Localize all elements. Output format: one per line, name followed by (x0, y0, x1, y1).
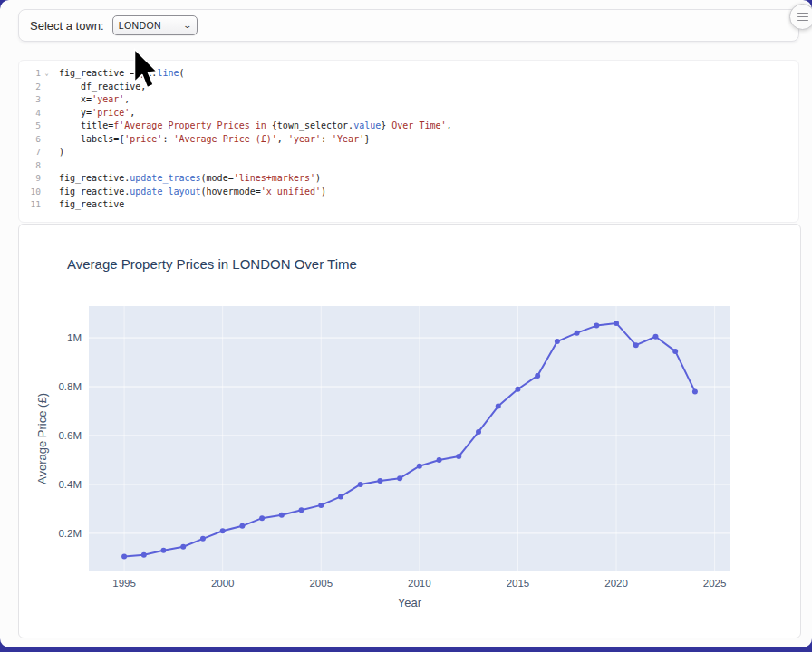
data-point[interactable] (672, 349, 678, 354)
code-line: 1⌄fig_reactive = px.line( (19, 67, 798, 81)
x-tick-label: 2010 (408, 578, 431, 589)
data-point[interactable] (358, 482, 363, 487)
fold-spacer (41, 198, 53, 212)
y-tick-label: 0.8M (58, 381, 82, 392)
town-select-value: LONDON (119, 20, 161, 31)
line-number: 6 (19, 133, 41, 147)
y-tick-label: 1M (67, 332, 82, 343)
data-point[interactable] (515, 387, 520, 392)
chart-output-cell: Average Property Prices in LONDON Over T… (18, 224, 801, 638)
data-point[interactable] (456, 454, 461, 459)
line-number: 4 (19, 107, 41, 120)
data-point[interactable] (200, 536, 206, 542)
town-selector-cell: Select a town: LONDON ⌄ (18, 9, 799, 42)
data-point[interactable] (535, 373, 540, 379)
line-number: 1 (19, 67, 41, 81)
x-axis-title: Year (398, 596, 422, 609)
y-tick-label: 0.2M (58, 528, 82, 539)
code-line: 11fig_reactive (19, 198, 798, 212)
code-text: x='year', (53, 93, 130, 107)
data-point[interactable] (692, 388, 698, 394)
code-line: 4 y='price', (19, 107, 798, 120)
data-point[interactable] (239, 523, 245, 529)
fold-spacer (41, 186, 53, 199)
code-text: title=f'Average Property Prices in {town… (53, 120, 452, 133)
data-point[interactable] (121, 554, 127, 560)
data-point[interactable] (437, 457, 442, 463)
data-point[interactable] (259, 515, 265, 521)
fold-spacer (41, 93, 53, 107)
data-point[interactable] (614, 321, 619, 326)
chart-title: Average Property Prices in LONDON Over T… (67, 256, 357, 272)
line-number: 3 (19, 93, 41, 107)
data-point[interactable] (555, 339, 560, 344)
y-axis-ticks: 0.2M0.4M0.6M0.8M1M (58, 332, 82, 539)
code-text (53, 159, 59, 173)
chevron-down-icon: ⌄ (183, 21, 193, 30)
data-point[interactable] (476, 429, 481, 435)
y-axis-title: Average Price (£) (35, 393, 49, 484)
app-page: Select a town: LONDON ⌄ 1⌄fig_reactive =… (0, 0, 812, 647)
code-editor[interactable]: 1⌄fig_reactive = px.line(2 df_reactive,3… (18, 60, 799, 223)
code-line: 3 x='year', (19, 93, 798, 107)
data-point[interactable] (594, 323, 599, 329)
code-text: fig_reactive = px.line( (53, 67, 185, 81)
x-tick-label: 2025 (703, 578, 727, 589)
code-line: 6 labels={'price': 'Average Price (£)', … (19, 133, 798, 147)
fold-spacer (41, 146, 53, 159)
line-number: 9 (19, 172, 41, 186)
fold-spacer (41, 159, 53, 173)
data-point[interactable] (652, 334, 658, 340)
code-text: fig_reactive.update_traces(mode='lines+m… (53, 172, 321, 186)
code-text: labels={'price': 'Average Price (£)', 'y… (53, 133, 370, 147)
data-point[interactable] (575, 331, 580, 336)
fold-arrow-icon[interactable]: ⌄ (41, 67, 53, 81)
fold-spacer (41, 120, 53, 133)
line-number: 11 (19, 198, 41, 212)
code-text: df_reactive, (53, 81, 146, 94)
x-tick-label: 2015 (507, 578, 530, 589)
code-line: 9fig_reactive.update_traces(mode='lines+… (19, 172, 798, 186)
y-tick-label: 0.4M (58, 479, 82, 490)
data-point[interactable] (417, 464, 422, 469)
data-point[interactable] (220, 528, 226, 533)
fold-spacer (41, 172, 53, 186)
line-number: 2 (19, 81, 41, 94)
code-line: 2 df_reactive, (19, 81, 798, 94)
fold-spacer (41, 81, 53, 94)
data-point[interactable] (318, 503, 324, 508)
code-line: 7) (19, 146, 798, 159)
line-number: 8 (19, 159, 41, 173)
code-line: 10fig_reactive.update_layout(hovermode='… (19, 186, 798, 199)
town-select-dropdown[interactable]: LONDON ⌄ (112, 15, 198, 35)
data-point[interactable] (633, 342, 639, 348)
data-point[interactable] (338, 494, 343, 499)
code-text: ) (53, 146, 64, 159)
code-line: 5 title=f'Average Property Prices in {to… (19, 120, 798, 133)
data-point[interactable] (279, 513, 285, 518)
x-tick-label: 2000 (211, 578, 235, 589)
data-point[interactable] (180, 544, 186, 550)
code-line: 8 (19, 159, 798, 173)
fold-spacer (41, 133, 53, 147)
line-number: 7 (19, 146, 41, 159)
y-tick-label: 0.6M (58, 430, 82, 441)
price-chart: Average Property Prices in LONDON Over T… (19, 225, 798, 636)
town-selector-label: Select a town: (30, 19, 104, 33)
data-point[interactable] (397, 475, 402, 481)
code-text: fig_reactive (53, 198, 124, 212)
data-point[interactable] (161, 548, 167, 553)
data-point[interactable] (377, 478, 382, 484)
code-text: y='price', (53, 107, 135, 120)
x-tick-label: 2020 (604, 578, 628, 589)
data-point[interactable] (141, 552, 147, 558)
code-text: fig_reactive.update_layout(hovermode='x … (53, 186, 326, 199)
menu-button[interactable] (789, 4, 812, 30)
data-point[interactable] (299, 507, 304, 513)
x-tick-label: 2005 (309, 578, 333, 589)
fold-spacer (41, 107, 53, 120)
x-axis-ticks: 1995200020052010201520202025 (112, 578, 726, 589)
line-number: 10 (19, 186, 41, 199)
x-tick-label: 1995 (112, 578, 136, 589)
data-point[interactable] (496, 404, 501, 409)
